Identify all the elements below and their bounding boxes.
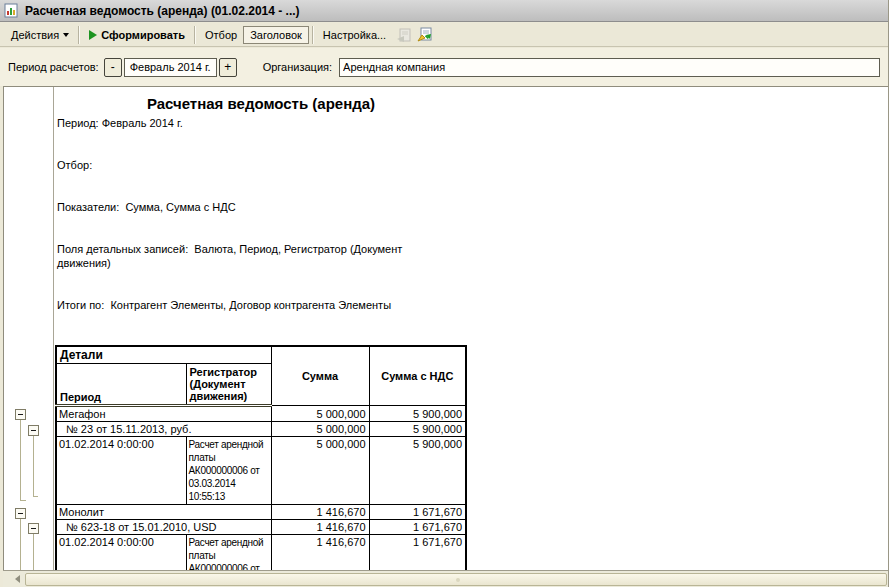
period-prev-button[interactable]: -: [104, 58, 122, 77]
group-bracket-line: [20, 519, 26, 571]
collapse-group-button[interactable]: [28, 523, 39, 534]
collapse-group-button[interactable]: [15, 508, 26, 519]
meta-filter: Отбор:: [57, 158, 452, 172]
detail-sum-cell[interactable]: 1 416,670: [271, 535, 369, 571]
contract-group-row: № 23 от 15.11.2013, руб.5 000,0005 900,0…: [56, 422, 466, 437]
contract-name-cell[interactable]: № 623-18 от 15.01.2010, USD: [56, 520, 271, 535]
toolbar-separator: [312, 26, 314, 44]
actions-menu-label: Действия: [11, 29, 59, 41]
detail-record-row: 01.02.2014 0:00:00Расчет арендной платы …: [56, 535, 466, 571]
organization-input[interactable]: [339, 58, 880, 77]
detail-period-cell[interactable]: 01.02.2014 0:00:00: [56, 437, 186, 505]
horizontal-scrollbar[interactable]: [3, 570, 888, 587]
report-table-body: Мегафон5 000,0005 900,000№ 23 от 15.11.2…: [56, 406, 466, 571]
green-play-icon: [89, 30, 97, 40]
organization-label: Организация:: [263, 61, 332, 73]
report-content: Расчетная ведомость (аренда) Период: Фев…: [55, 87, 475, 570]
sum-column-header[interactable]: Сумма: [271, 346, 369, 406]
contract-sum-cell[interactable]: 5 000,000: [271, 422, 369, 437]
detail-registrar-cell[interactable]: Расчет арендной платы АК000000006 от 03.…: [186, 535, 271, 571]
contract-sum-vat-cell[interactable]: 1 671,670: [369, 520, 466, 535]
report-settings-row: Период расчетов: - + Организация:: [0, 48, 888, 86]
gutter-separator: [53, 87, 54, 570]
registrar-column-header[interactable]: Регистратор (Документ движения): [186, 364, 271, 406]
period-input[interactable]: [124, 58, 217, 77]
report-meta: Период: Февраль 2014 г. Отбор: Показател…: [57, 116, 452, 340]
toolbar-separator: [194, 26, 196, 44]
report-table: Детали Сумма Сумма с НДС Период Регистра…: [55, 345, 467, 570]
detail-registrar-cell[interactable]: Расчет арендной платы АК000000006 от 03.…: [186, 437, 271, 505]
meta-detail-fields: Поля детальных записей: Валюта, Период, …: [57, 242, 452, 270]
report-window: Расчетная ведомость (аренда) (01.02.2014…: [0, 0, 889, 587]
scrollbar-thumb[interactable]: [25, 573, 887, 586]
counterparty-sum-cell[interactable]: 5 000,000: [271, 406, 369, 422]
details-header-cell[interactable]: Детали: [56, 346, 271, 364]
header-toggle-button[interactable]: Заголовок: [243, 26, 309, 44]
contract-group-row: № 623-18 от 15.01.2010, USD1 416,6701 67…: [56, 520, 466, 535]
meta-totals: Итоги по: Контрагент Элементы, Договор к…: [57, 298, 452, 312]
meta-period: Период: Февраль 2014 г.: [57, 116, 452, 130]
window-title: Расчетная ведомость (аренда) (01.02.2014…: [25, 4, 300, 18]
generate-button-label: Сформировать: [101, 29, 185, 41]
counterparty-group-row: Монолит1 416,6701 671,670: [56, 505, 466, 520]
actions-menu-button[interactable]: Действия: [5, 26, 75, 44]
window-titlebar[interactable]: Расчетная ведомость (аренда) (01.02.2014…: [0, 0, 888, 22]
generate-button[interactable]: Сформировать: [83, 26, 191, 44]
contract-name-cell[interactable]: № 23 от 15.11.2013, руб.: [56, 422, 271, 437]
contract-sum-cell[interactable]: 1 416,670: [271, 520, 369, 535]
report-title: Расчетная ведомость (аренда): [55, 95, 467, 112]
counterparty-sum-cell[interactable]: 1 416,670: [271, 505, 369, 520]
group-bracket-line: [33, 534, 38, 571]
group-bracket-line: [33, 436, 38, 497]
command-toolbar: Действия Сформировать Отбор Заголовок На…: [0, 23, 888, 47]
meta-indicators: Показатели: Сумма, Сумма с НДС: [57, 200, 452, 214]
period-next-button[interactable]: +: [219, 58, 237, 77]
counterparty-name-cell[interactable]: Мегафон: [56, 406, 271, 422]
header-toggle-label: Заголовок: [250, 29, 302, 41]
save-settings-icon[interactable]: [416, 26, 434, 43]
restore-settings-icon[interactable]: [395, 26, 413, 43]
detail-sum-vat-cell[interactable]: 5 900,000: [369, 437, 466, 505]
group-bracket-line: [20, 420, 26, 501]
toolbar-separator: [78, 26, 80, 44]
settings-button-label: Настройка...: [323, 29, 386, 41]
counterparty-sum-vat-cell[interactable]: 5 900,000: [369, 406, 466, 422]
filter-button[interactable]: Отбор: [199, 26, 243, 44]
collapse-group-button[interactable]: [28, 425, 39, 436]
settings-button[interactable]: Настройка...: [317, 26, 392, 44]
counterparty-sum-vat-cell[interactable]: 1 671,670: [369, 505, 466, 520]
sum-vat-column-header[interactable]: Сумма с НДС: [369, 346, 466, 406]
period-label: Период расчетов:: [8, 61, 99, 73]
filter-button-label: Отбор: [205, 29, 237, 41]
report-spreadsheet: Расчетная ведомость (аренда) Период: Фев…: [3, 86, 888, 570]
contract-sum-vat-cell[interactable]: 5 900,000: [369, 422, 466, 437]
scroll-left-arrow-icon[interactable]: [9, 573, 25, 586]
counterparty-name-cell[interactable]: Монолит: [56, 505, 271, 520]
detail-period-cell[interactable]: 01.02.2014 0:00:00: [56, 535, 186, 571]
collapse-group-button[interactable]: [15, 409, 26, 420]
report-chart-icon: [4, 3, 19, 18]
caret-down-icon: [63, 33, 69, 37]
counterparty-group-row: Мегафон5 000,0005 900,000: [56, 406, 466, 422]
detail-sum-vat-cell[interactable]: 1 671,670: [369, 535, 466, 571]
detail-record-row: 01.02.2014 0:00:00Расчет арендной платы …: [56, 437, 466, 505]
detail-sum-cell[interactable]: 5 000,000: [271, 437, 369, 505]
period-column-header[interactable]: Период: [56, 364, 186, 406]
